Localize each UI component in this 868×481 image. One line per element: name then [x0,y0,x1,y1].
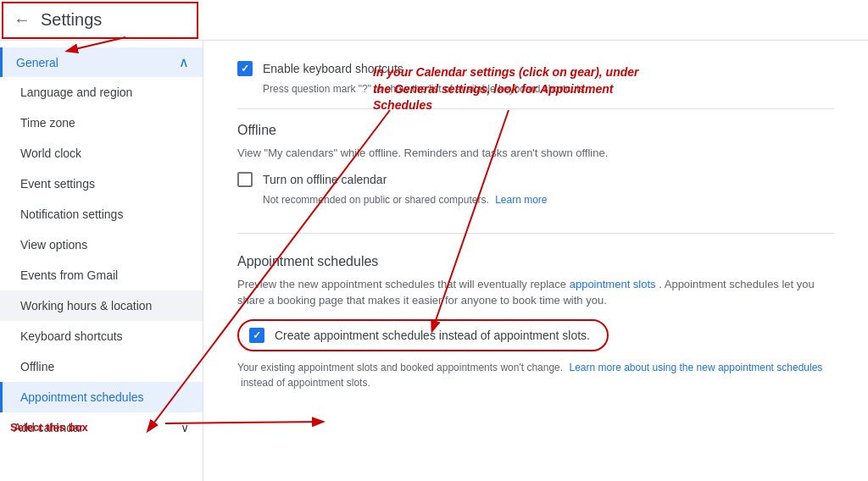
keyboard-checkbox[interactable] [237,61,253,76]
chevron-down-icon: ∨ [181,421,189,434]
sidebar-item-offline[interactable]: Offline [0,351,203,382]
divider-1 [237,108,834,109]
offline-checkbox[interactable] [237,172,253,187]
sidebar-item-worldclock[interactable]: World clock [0,138,203,169]
appointment-title: Appointment schedules [237,254,834,269]
sidebar-item-gmailevents[interactable]: Events from Gmail [0,260,203,290]
sidebar-item-keyboard[interactable]: Keyboard shortcuts [0,321,203,351]
appointment-footer-part2: instead of appointment slots. [241,377,370,389]
appointment-footer-part1: Your existing appointment slots and book… [237,362,563,373]
sidebar-general-header[interactable]: General ∧ [0,47,203,77]
main-content: In your Calendar settings (click on gear… [203,41,868,481]
back-arrow-icon: ← [14,10,31,30]
keyboard-section: Enable keyboard shortcuts Press question… [237,61,834,95]
sidebar-item-appointment[interactable]: Appointment schedules [0,382,203,412]
chevron-up-icon: ∧ [179,54,189,70]
not-recommended-text: Not recommended on public or shared comp… [263,194,834,206]
appointment-footer: Your existing appointment slots and book… [237,360,834,390]
sidebar-general-label: General [16,56,58,69]
app-container: ← Settings General ∧ Language and region… [0,0,868,481]
add-calendar-button[interactable]: Add calendar ∨ [0,412,203,443]
appointment-desc-part1: Preview the new appointment schedules th… [237,278,566,290]
sidebar-item-language[interactable]: Language and region [0,77,203,108]
sidebar-item-viewoptions[interactable]: View options [0,229,203,260]
offline-title: Offline [237,123,834,138]
sidebar-item-notifications[interactable]: Notification settings [0,199,203,229]
keyboard-helper-text: Press question mark "?" to show the list… [263,83,834,95]
keyboard-checkbox-label: Enable keyboard shortcuts [263,62,403,75]
sidebar-item-workinghours[interactable]: Working hours & location [0,290,203,321]
sidebar-item-eventsettings[interactable]: Event settings [0,169,203,199]
sidebar-item-timezone[interactable]: Time zone [0,108,203,138]
main-layout: General ∧ Language and region Time zone … [0,41,868,481]
sidebar: General ∧ Language and region Time zone … [0,41,203,481]
appointment-checkbox[interactable] [249,328,264,343]
appointment-section: Appointment schedules Preview the new ap… [237,254,834,390]
appointment-footer-link[interactable]: Learn more about using the new appointme… [569,362,822,373]
add-calendar-label: Add calendar [14,421,84,434]
keyboard-checkbox-row: Enable keyboard shortcuts [237,61,834,76]
offline-checkbox-row: Turn on offline calendar [237,172,834,187]
settings-title: Settings [41,10,102,30]
offline-checkbox-label: Turn on offline calendar [263,173,387,186]
learn-more-offline-link[interactable]: Learn more [495,194,547,206]
appointment-desc: Preview the new appointment schedules th… [237,276,834,309]
appointment-checkbox-row: Create appointment schedules instead of … [237,319,609,351]
appointment-checkbox-label: Create appointment schedules instead of … [275,329,590,342]
back-button[interactable]: ← Settings [14,10,102,30]
appointment-slots-link[interactable]: appointment slots [570,278,656,290]
divider-2 [237,233,834,234]
offline-section: Offline View "My calendars" while offlin… [237,123,834,206]
top-bar: ← Settings [0,0,868,41]
offline-desc: View "My calendars" while offline. Remin… [237,145,834,162]
